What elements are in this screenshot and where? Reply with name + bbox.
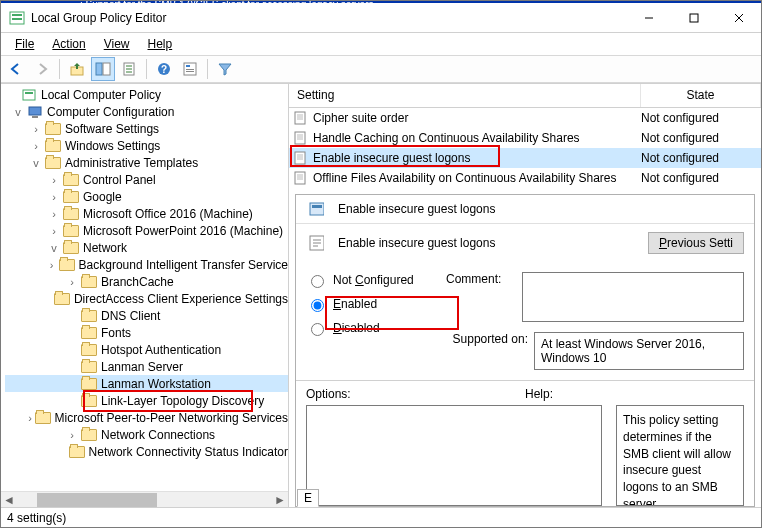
folder-icon <box>63 189 79 205</box>
tree-lltd-label: Link-Layer Topology Discovery <box>101 394 264 408</box>
menu-help-label: Help <box>148 37 173 51</box>
tree-hotspot[interactable]: ›Hotspot Authentication <box>5 341 288 358</box>
list-header: Setting State <box>289 84 761 108</box>
filter-button[interactable] <box>213 57 237 81</box>
tree-ms-ppt[interactable]: ›Microsoft PowerPoint 2016 (Machine) <box>5 222 288 239</box>
menu-help[interactable]: Help <box>140 35 181 53</box>
svg-rect-16 <box>186 71 194 72</box>
list-row-selected[interactable]: Enable insecure guest logons Not configu… <box>289 148 761 168</box>
tree-cc-label: Computer Configuration <box>47 105 174 119</box>
tree-computer-configuration[interactable]: v Computer Configuration <box>5 103 288 120</box>
folder-icon <box>59 257 75 273</box>
tree-software-settings[interactable]: › Software Settings <box>5 120 288 137</box>
scroll-right-icon[interactable]: ► <box>272 493 288 507</box>
tree-ms-office[interactable]: ›Microsoft Office 2016 (Machine) <box>5 205 288 222</box>
menu-action-label: Action <box>52 37 85 51</box>
tree-lanman-server[interactable]: ›Lanman Server <box>5 358 288 375</box>
back-button[interactable] <box>4 57 28 81</box>
tree-scroll[interactable]: v Local Computer Policy v Computer Confi… <box>1 84 288 491</box>
radio-enabled-input[interactable] <box>311 299 324 312</box>
tree-cp-label: Control Panel <box>83 173 156 187</box>
properties-button[interactable] <box>178 57 202 81</box>
tree-google-label: Google <box>83 190 122 204</box>
list-row[interactable]: Offline Files Availability on Continuous… <box>289 168 761 188</box>
previous-setting-button[interactable]: Previous Setti <box>648 232 744 254</box>
tree-root[interactable]: v Local Computer Policy <box>5 86 288 103</box>
help-button[interactable]: ? <box>152 57 176 81</box>
tree-net-label: Network <box>83 241 127 255</box>
up-button[interactable] <box>65 57 89 81</box>
list-row[interactable]: Cipher suite order Not configured <box>289 108 761 128</box>
tree-ls-label: Lanman Server <box>101 360 183 374</box>
folder-icon <box>63 223 79 239</box>
folder-icon <box>81 393 97 409</box>
prev-btn-rest: revious Setti <box>667 236 733 250</box>
radio-enabled[interactable]: Enabled <box>306 296 436 312</box>
svg-rect-14 <box>186 65 190 67</box>
tree-net-connections[interactable]: ›Network Connections <box>5 426 288 443</box>
scroll-left-icon[interactable]: ◄ <box>1 493 17 507</box>
svg-rect-4 <box>690 14 698 22</box>
menu-view[interactable]: View <box>96 35 138 53</box>
title-bar: Local Group Policy Editor <box>1 3 761 33</box>
close-button[interactable] <box>716 3 761 32</box>
menu-file[interactable]: File <box>7 35 42 53</box>
tree-horizontal-scrollbar[interactable]: ◄ ► <box>1 491 288 507</box>
supported-row: Supported on: At least Windows Server 20… <box>446 332 744 370</box>
tree-p2p[interactable]: ›Microsoft Peer-to-Peer Networking Servi… <box>5 409 288 426</box>
tree-ws-label: Windows Settings <box>65 139 160 153</box>
tree-ncsi[interactable]: ›Network Connectivity Status Indicator <box>5 443 288 460</box>
tree-google[interactable]: ›Google <box>5 188 288 205</box>
svg-text:?: ? <box>161 64 167 75</box>
tree-network[interactable]: vNetwork <box>5 239 288 256</box>
property-right-column: Comment: Supported on: At least Windows … <box>446 264 744 370</box>
radio-disabled-input[interactable] <box>311 323 324 336</box>
tree-windows-settings[interactable]: › Windows Settings <box>5 137 288 154</box>
tree-mpp-label: Microsoft Peer-to-Peer Networking Servic… <box>55 411 288 425</box>
col-setting[interactable]: Setting <box>289 84 641 107</box>
svg-rect-25 <box>310 203 324 215</box>
scrollbar-thumb[interactable] <box>37 493 157 507</box>
folder-icon <box>81 427 97 443</box>
tree-dns-client[interactable]: ›DNS Client <box>5 307 288 324</box>
setting-icon <box>293 130 309 146</box>
tree-bits[interactable]: ›Background Intelligent Transfer Service <box>5 256 288 273</box>
folder-icon <box>81 308 97 324</box>
radio-disabled[interactable]: Disabled <box>306 320 436 336</box>
showhide-tree-button[interactable] <box>91 57 115 81</box>
radio-not-configured[interactable]: Not Configured <box>306 272 436 288</box>
svg-rect-18 <box>25 92 33 94</box>
col-state[interactable]: State <box>641 84 761 107</box>
folder-icon <box>81 376 97 392</box>
minimize-button[interactable] <box>626 3 671 32</box>
tree-directaccess[interactable]: ›DirectAccess Client Experience Settings <box>5 290 288 307</box>
list-row[interactable]: Handle Caching on Continuous Availabilit… <box>289 128 761 148</box>
comment-row: Comment: <box>446 272 744 322</box>
tree-branchcache[interactable]: ›BranchCache <box>5 273 288 290</box>
svg-rect-19 <box>29 107 41 115</box>
tree-control-panel[interactable]: ›Control Panel <box>5 171 288 188</box>
menu-action[interactable]: Action <box>44 35 93 53</box>
window-buttons <box>626 3 761 32</box>
list-row-label: Enable insecure guest logons <box>313 151 637 165</box>
comment-textarea[interactable] <box>522 272 744 322</box>
list-row-label: Handle Caching on Continuous Availabilit… <box>313 131 637 145</box>
svg-rect-9 <box>103 63 110 75</box>
extended-tab[interactable]: E <box>297 489 319 507</box>
tree-fonts[interactable]: ›Fonts <box>5 324 288 341</box>
maximize-button[interactable] <box>671 3 716 32</box>
tree-lanman-workstation[interactable]: ›Lanman Workstation <box>5 375 288 392</box>
status-bar: 4 setting(s) <box>1 507 761 527</box>
tree-pane: v Local Computer Policy v Computer Confi… <box>1 84 289 507</box>
tree-lltd[interactable]: ›Link-Layer Topology Discovery <box>5 392 288 409</box>
property-subtitle-row: Enable insecure guest logons Previous Se… <box>296 224 754 260</box>
tree-fonts-label: Fonts <box>101 326 131 340</box>
policy-setting-icon <box>308 201 324 217</box>
tree-admin-templates[interactable]: v Administrative Templates <box>5 154 288 171</box>
forward-button[interactable] <box>30 57 54 81</box>
tree-ncsi-label: Network Connectivity Status Indicator <box>89 445 288 459</box>
tree-mo-label: Microsoft Office 2016 (Machine) <box>83 207 253 221</box>
export-list-button[interactable] <box>117 57 141 81</box>
toolbar: ? <box>1 55 761 83</box>
radio-not-configured-input[interactable] <box>311 275 324 288</box>
